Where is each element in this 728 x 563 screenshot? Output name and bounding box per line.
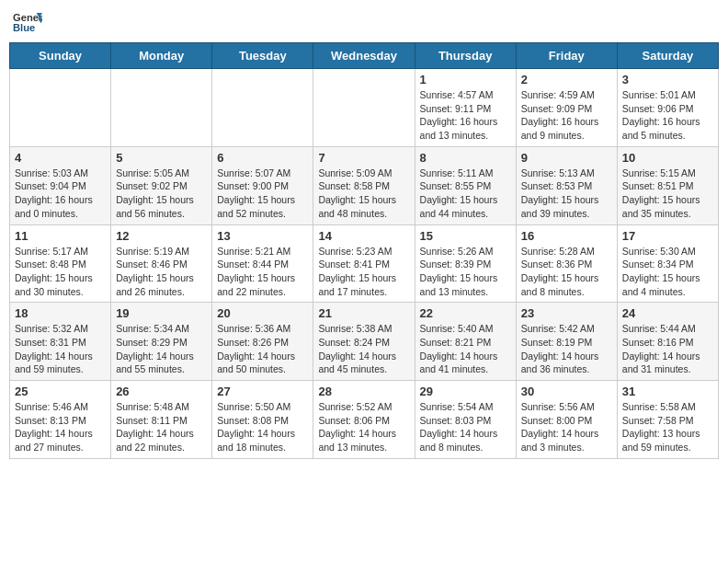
day-info: Sunrise: 5:58 AM Sunset: 7:58 PM Dayligh… — [622, 400, 713, 454]
day-info: Sunrise: 5:56 AM Sunset: 8:00 PM Dayligh… — [521, 400, 612, 454]
day-number: 26 — [116, 385, 207, 398]
day-number: 14 — [318, 229, 409, 243]
day-info: Sunrise: 5:30 AM Sunset: 8:34 PM Dayligh… — [622, 245, 713, 299]
calendar-day-cell: 9Sunrise: 5:13 AM Sunset: 8:53 PM Daylig… — [516, 146, 617, 224]
calendar-week-row: 11Sunrise: 5:17 AM Sunset: 8:48 PM Dayli… — [10, 224, 719, 303]
calendar-body: 1Sunrise: 4:57 AM Sunset: 9:11 PM Daylig… — [10, 69, 719, 459]
calendar-day-cell: 26Sunrise: 5:48 AM Sunset: 8:11 PM Dayli… — [111, 381, 212, 459]
day-info: Sunrise: 5:03 AM Sunset: 9:04 PM Dayligh… — [15, 167, 106, 221]
day-info: Sunrise: 5:44 AM Sunset: 8:16 PM Dayligh… — [622, 322, 713, 376]
calendar-day-cell: 19Sunrise: 5:34 AM Sunset: 8:29 PM Dayli… — [111, 303, 212, 381]
calendar-day-cell: 22Sunrise: 5:40 AM Sunset: 8:21 PM Dayli… — [415, 303, 516, 381]
day-number: 9 — [521, 151, 612, 165]
day-number: 7 — [318, 151, 409, 165]
day-number: 5 — [116, 151, 207, 165]
calendar-day-cell: 11Sunrise: 5:17 AM Sunset: 8:48 PM Dayli… — [10, 224, 111, 303]
page-header: General Blue — [9, 9, 719, 35]
day-info: Sunrise: 5:32 AM Sunset: 8:31 PM Dayligh… — [15, 322, 106, 376]
day-number: 19 — [116, 306, 207, 320]
day-info: Sunrise: 5:23 AM Sunset: 8:41 PM Dayligh… — [318, 245, 409, 299]
day-info: Sunrise: 5:50 AM Sunset: 8:08 PM Dayligh… — [217, 400, 308, 454]
calendar-header: SundayMondayTuesdayWednesdayThursdayFrid… — [10, 43, 719, 69]
calendar-week-row: 4Sunrise: 5:03 AM Sunset: 9:04 PM Daylig… — [10, 146, 719, 224]
logo: General Blue — [13, 9, 42, 35]
day-number: 23 — [521, 306, 612, 320]
day-info: Sunrise: 5:36 AM Sunset: 8:26 PM Dayligh… — [217, 322, 308, 376]
day-of-week-header: Thursday — [415, 43, 516, 69]
day-of-week-header: Sunday — [10, 43, 111, 69]
day-number: 31 — [622, 385, 713, 398]
calendar-day-cell — [111, 69, 212, 147]
day-number: 24 — [622, 306, 713, 320]
day-info: Sunrise: 5:46 AM Sunset: 8:13 PM Dayligh… — [15, 400, 106, 454]
calendar-day-cell: 2Sunrise: 4:59 AM Sunset: 9:09 PM Daylig… — [516, 69, 617, 147]
calendar-day-cell: 25Sunrise: 5:46 AM Sunset: 8:13 PM Dayli… — [10, 381, 111, 459]
calendar-day-cell: 27Sunrise: 5:50 AM Sunset: 8:08 PM Dayli… — [212, 381, 313, 459]
day-number: 17 — [622, 229, 713, 243]
day-of-week-header: Tuesday — [212, 43, 313, 69]
calendar-day-cell: 16Sunrise: 5:28 AM Sunset: 8:36 PM Dayli… — [516, 224, 617, 303]
day-info: Sunrise: 5:17 AM Sunset: 8:48 PM Dayligh… — [15, 245, 106, 299]
calendar-day-cell: 1Sunrise: 4:57 AM Sunset: 9:11 PM Daylig… — [415, 69, 516, 147]
calendar-day-cell: 14Sunrise: 5:23 AM Sunset: 8:41 PM Dayli… — [313, 224, 415, 303]
day-info: Sunrise: 5:28 AM Sunset: 8:36 PM Dayligh… — [521, 245, 612, 299]
day-info: Sunrise: 4:59 AM Sunset: 9:09 PM Dayligh… — [521, 88, 612, 143]
calendar-day-cell: 6Sunrise: 5:07 AM Sunset: 9:00 PM Daylig… — [212, 146, 313, 224]
day-number: 2 — [521, 73, 612, 86]
day-of-week-header: Friday — [516, 43, 617, 69]
day-info: Sunrise: 5:07 AM Sunset: 9:00 PM Dayligh… — [217, 167, 308, 221]
day-info: Sunrise: 5:19 AM Sunset: 8:46 PM Dayligh… — [116, 245, 207, 299]
day-number: 12 — [116, 229, 207, 243]
day-of-week-header: Wednesday — [313, 43, 415, 69]
calendar-day-cell: 4Sunrise: 5:03 AM Sunset: 9:04 PM Daylig… — [10, 146, 111, 224]
day-info: Sunrise: 5:52 AM Sunset: 8:06 PM Dayligh… — [318, 400, 409, 454]
day-number: 30 — [521, 385, 612, 398]
day-info: Sunrise: 5:26 AM Sunset: 8:39 PM Dayligh… — [420, 245, 511, 299]
day-info: Sunrise: 5:13 AM Sunset: 8:53 PM Dayligh… — [521, 167, 612, 221]
day-number: 28 — [318, 385, 409, 398]
day-number: 27 — [217, 385, 308, 398]
day-number: 18 — [15, 306, 106, 320]
day-info: Sunrise: 4:57 AM Sunset: 9:11 PM Dayligh… — [420, 88, 511, 143]
day-info: Sunrise: 5:48 AM Sunset: 8:11 PM Dayligh… — [116, 400, 207, 454]
day-number: 8 — [420, 151, 511, 165]
calendar-week-row: 25Sunrise: 5:46 AM Sunset: 8:13 PM Dayli… — [10, 381, 719, 459]
calendar-day-cell: 5Sunrise: 5:05 AM Sunset: 9:02 PM Daylig… — [111, 146, 212, 224]
calendar-day-cell: 17Sunrise: 5:30 AM Sunset: 8:34 PM Dayli… — [617, 224, 718, 303]
day-info: Sunrise: 5:01 AM Sunset: 9:06 PM Dayligh… — [622, 88, 713, 143]
day-number: 29 — [420, 385, 511, 398]
day-info: Sunrise: 5:38 AM Sunset: 8:24 PM Dayligh… — [318, 322, 409, 376]
day-info: Sunrise: 5:05 AM Sunset: 9:02 PM Dayligh… — [116, 167, 207, 221]
svg-text:Blue: Blue — [13, 22, 35, 33]
day-info: Sunrise: 5:34 AM Sunset: 8:29 PM Dayligh… — [116, 322, 207, 376]
calendar-day-cell: 18Sunrise: 5:32 AM Sunset: 8:31 PM Dayli… — [10, 303, 111, 381]
calendar-day-cell: 3Sunrise: 5:01 AM Sunset: 9:06 PM Daylig… — [617, 69, 718, 147]
calendar-day-cell: 15Sunrise: 5:26 AM Sunset: 8:39 PM Dayli… — [415, 224, 516, 303]
day-number: 16 — [521, 229, 612, 243]
calendar-day-cell: 21Sunrise: 5:38 AM Sunset: 8:24 PM Dayli… — [313, 303, 415, 381]
calendar-day-cell: 29Sunrise: 5:54 AM Sunset: 8:03 PM Dayli… — [415, 381, 516, 459]
calendar-day-cell: 31Sunrise: 5:58 AM Sunset: 7:58 PM Dayli… — [617, 381, 718, 459]
day-number: 15 — [420, 229, 511, 243]
calendar-week-row: 18Sunrise: 5:32 AM Sunset: 8:31 PM Dayli… — [10, 303, 719, 381]
day-number: 10 — [622, 151, 713, 165]
days-of-week-row: SundayMondayTuesdayWednesdayThursdayFrid… — [10, 43, 719, 69]
calendar-day-cell — [212, 69, 313, 147]
day-number: 3 — [622, 73, 713, 86]
calendar-day-cell: 12Sunrise: 5:19 AM Sunset: 8:46 PM Dayli… — [111, 224, 212, 303]
calendar-day-cell: 13Sunrise: 5:21 AM Sunset: 8:44 PM Dayli… — [212, 224, 313, 303]
day-of-week-header: Monday — [111, 43, 212, 69]
day-number: 13 — [217, 229, 308, 243]
day-number: 20 — [217, 306, 308, 320]
day-info: Sunrise: 5:11 AM Sunset: 8:55 PM Dayligh… — [420, 167, 511, 221]
day-info: Sunrise: 5:40 AM Sunset: 8:21 PM Dayligh… — [420, 322, 511, 376]
day-number: 25 — [15, 385, 106, 398]
day-info: Sunrise: 5:42 AM Sunset: 8:19 PM Dayligh… — [521, 322, 612, 376]
day-info: Sunrise: 5:21 AM Sunset: 8:44 PM Dayligh… — [217, 245, 308, 299]
calendar-day-cell: 24Sunrise: 5:44 AM Sunset: 8:16 PM Dayli… — [617, 303, 718, 381]
calendar-day-cell: 10Sunrise: 5:15 AM Sunset: 8:51 PM Dayli… — [617, 146, 718, 224]
day-number: 11 — [15, 229, 106, 243]
day-of-week-header: Saturday — [617, 43, 718, 69]
calendar-week-row: 1Sunrise: 4:57 AM Sunset: 9:11 PM Daylig… — [10, 69, 719, 147]
day-number: 1 — [420, 73, 511, 86]
